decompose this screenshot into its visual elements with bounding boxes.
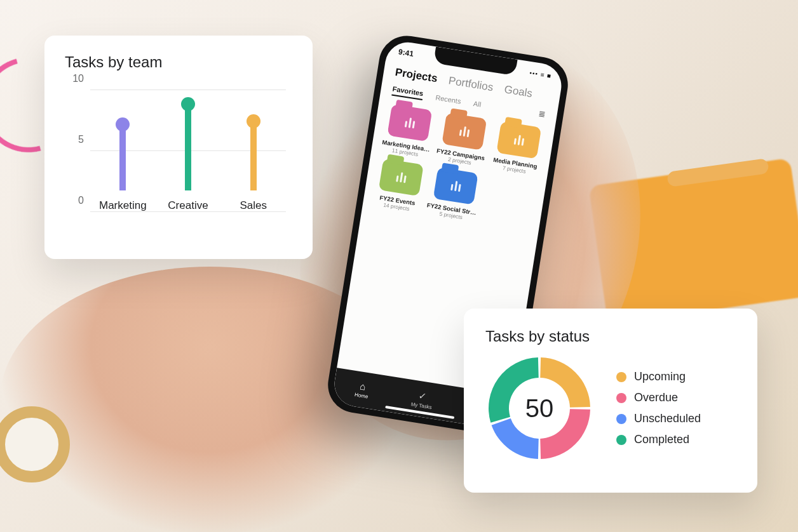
- status-donut: 50: [485, 354, 593, 462]
- subtab-recents[interactable]: Recents: [435, 93, 462, 105]
- team-bars: MarketingCreativeSales: [90, 90, 286, 212]
- legend-swatch: [616, 393, 626, 403]
- bar-chart-icon: [459, 126, 470, 137]
- team-bar-sales: Sales: [228, 120, 279, 212]
- bar-chart-icon: [404, 117, 415, 128]
- home-icon: ⌂: [359, 380, 367, 392]
- y-tick: 5: [65, 134, 84, 145]
- folder-icon: [442, 112, 487, 150]
- donut-center-value: 50: [525, 394, 554, 423]
- bar-label: Marketing: [99, 199, 147, 212]
- bar-chart-icon: [450, 180, 461, 192]
- bar-chart-icon: [513, 135, 524, 146]
- phone-notch: [433, 46, 517, 76]
- legend-swatch: [616, 435, 626, 445]
- team-bar-creative: Creative: [163, 103, 213, 212]
- y-tick: 10: [65, 73, 84, 84]
- bar: [119, 123, 126, 190]
- legend-label: Upcoming: [634, 370, 686, 383]
- bar-dot: [181, 97, 195, 111]
- legend-upcoming: Upcoming: [616, 370, 701, 383]
- tab-goals[interactable]: Goals: [503, 83, 533, 100]
- donut-slice-unscheduled: [492, 418, 539, 459]
- nav-label: My Tasks: [410, 401, 432, 410]
- folder-item[interactable]: FY22 Events14 projects: [372, 158, 428, 214]
- phone-folder-grid: Marketing Idea…11 projectsFY22 Campaigns…: [372, 103, 546, 231]
- legend-completed: Completed: [616, 433, 701, 446]
- legend-label: Unscheduled: [634, 412, 701, 425]
- folder-item[interactable]: FY22 Campaigns2 projects: [434, 112, 492, 168]
- team-bar-marketing: Marketing: [97, 123, 148, 212]
- card-team-title: Tasks by team: [65, 53, 292, 71]
- card-tasks-by-status: Tasks by status 50 UpcomingOverdueUnsche…: [464, 309, 757, 493]
- folder-item[interactable]: FY22 Social Stra…5 projects: [426, 166, 484, 223]
- y-tick: 0: [65, 195, 84, 206]
- stage: 9:41 ••• ≡ ■ Projects Portfolios Goals F…: [0, 0, 798, 532]
- legend-label: Completed: [634, 433, 689, 446]
- legend-overdue: Overdue: [616, 391, 701, 404]
- nav-home[interactable]: ⌂Home: [354, 380, 370, 399]
- statusbar-time: 9:41: [398, 47, 414, 58]
- bar-label: Creative: [168, 199, 208, 212]
- bar-chart-icon: [396, 171, 407, 183]
- legend-swatch: [616, 414, 626, 424]
- my-tasks-icon: ✓: [418, 390, 428, 402]
- folder-icon: [387, 104, 432, 142]
- bar: [250, 120, 257, 190]
- folder-item[interactable]: Media Planning7 projects: [489, 121, 546, 176]
- status-legend: UpcomingOverdueUnscheduledCompleted: [616, 370, 701, 446]
- subtab-all[interactable]: All: [473, 99, 482, 108]
- folder-icon: [379, 159, 424, 196]
- legend-unscheduled: Unscheduled: [616, 412, 701, 425]
- nav-my-tasks[interactable]: ✓My Tasks: [410, 389, 434, 410]
- status-body: 50 UpcomingOverdueUnscheduledCompleted: [485, 354, 736, 462]
- card-status-title: Tasks by status: [485, 328, 736, 345]
- card-tasks-by-team: Tasks by team 0510MarketingCreativeSales: [44, 36, 313, 259]
- folder-icon: [433, 167, 478, 204]
- tab-projects[interactable]: Projects: [394, 66, 438, 85]
- bar-dot: [247, 114, 260, 128]
- list-view-icon[interactable]: ≣: [538, 109, 546, 119]
- nav-label: Home: [354, 392, 368, 399]
- legend-label: Overdue: [634, 391, 678, 404]
- tab-portfolios[interactable]: Portfolios: [448, 74, 494, 94]
- folder-icon: [496, 121, 541, 159]
- legend-swatch: [616, 372, 626, 382]
- statusbar-icons: ••• ≡ ■: [529, 69, 552, 79]
- bar-label: Sales: [240, 199, 267, 212]
- bar: [185, 103, 191, 190]
- team-chart: 0510MarketingCreativeSales: [65, 83, 292, 229]
- bar-dot: [116, 117, 130, 131]
- folder-item[interactable]: Marketing Idea…11 projects: [380, 103, 436, 159]
- subtab-favorites[interactable]: Favorites: [391, 85, 424, 100]
